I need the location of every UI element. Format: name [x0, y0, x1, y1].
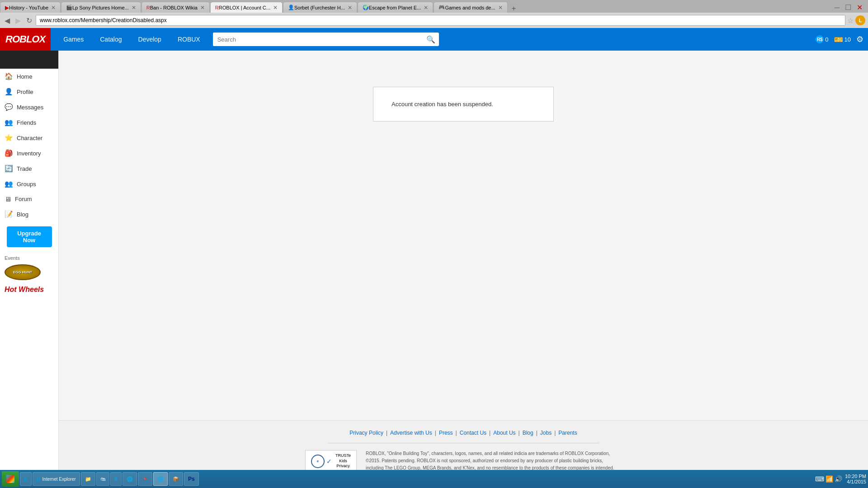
- reload-button[interactable]: ↻: [24, 15, 34, 26]
- sidebar-item-home[interactable]: 🏠 Home: [0, 69, 58, 84]
- windows-icon: [6, 475, 14, 483]
- tab-games[interactable]: 🎮 Games and mods de... ✕: [434, 2, 507, 13]
- forward-button[interactable]: ▶: [14, 15, 23, 26]
- taskbar-app-store[interactable]: 🛍: [96, 472, 109, 486]
- sidebar-item-blog[interactable]: 📝 Blog: [0, 206, 58, 222]
- sidebar-item-groups[interactable]: 👥 Groups: [0, 176, 58, 192]
- robux-counter[interactable]: R$ 0: [816, 35, 828, 43]
- address-input[interactable]: [36, 15, 845, 26]
- sidebar-messages-label: Messages: [17, 104, 43, 111]
- sidebar-item-inventory[interactable]: 🎒 Inventory: [0, 145, 58, 161]
- footer-link-blog[interactable]: Blog: [523, 430, 533, 436]
- footer-link-contact[interactable]: Contact Us: [460, 430, 486, 436]
- chrome2-icon: 🔻: [142, 476, 148, 482]
- trade-icon: 🔄: [5, 164, 13, 173]
- sidebar-blog-label: Blog: [17, 211, 28, 218]
- taskbar-app-chrome3[interactable]: 🌐: [153, 472, 168, 486]
- header-nav: Games Catalog Develop ROBUX: [55, 28, 208, 51]
- bookmark-icon[interactable]: ☆: [847, 16, 854, 25]
- store-icon: 🛍: [100, 476, 105, 482]
- tab-youtube-close[interactable]: ✕: [51, 5, 56, 11]
- nav-develop[interactable]: Develop: [130, 28, 170, 51]
- tab-wikia-close[interactable]: ✕: [200, 5, 205, 11]
- blog-icon: 📝: [5, 210, 13, 218]
- truste-badge[interactable]: e ✓ TRUSTe Kids Privacy: [305, 450, 357, 472]
- sidebar-user-banner: [0, 51, 58, 69]
- footer-link-parents[interactable]: Parents: [558, 430, 577, 436]
- taskbar-app-folder[interactable]: 📁: [81, 472, 95, 486]
- new-tab-button[interactable]: +: [508, 5, 519, 13]
- search-input[interactable]: [213, 33, 423, 46]
- sidebar-item-forum[interactable]: 🖥 Forum: [0, 192, 58, 206]
- sidebar-inventory-label: Inventory: [17, 150, 41, 157]
- tab-lp-close[interactable]: ✕: [132, 5, 136, 11]
- ie-icon: e: [24, 475, 28, 483]
- footer-link-advertise[interactable]: Advertise with Us: [390, 430, 432, 436]
- tab-sorbet[interactable]: 👤 Sorbet (Furchester H... ✕: [283, 2, 357, 13]
- minimize-button[interactable]: ─: [833, 3, 841, 13]
- sidebar-item-character[interactable]: ⭐ Character: [0, 130, 58, 145]
- taskbar-app-ie[interactable]: e: [20, 472, 32, 486]
- roblox-logo-text: ROBLOX: [5, 33, 45, 45]
- games-tab-icon: 🎮: [439, 5, 445, 10]
- sidebar-forum-label: Forum: [15, 196, 32, 202]
- footer-link-press[interactable]: Press: [439, 430, 453, 436]
- roblox-logo[interactable]: ROBLOX: [0, 28, 51, 51]
- tab-games-close[interactable]: ✕: [498, 5, 503, 11]
- tab-roblox-account-close[interactable]: ✕: [273, 5, 278, 11]
- taskbar-datetime[interactable]: 10:20 PM 4/1/2015: [845, 474, 866, 484]
- tab-escape[interactable]: 🌍 Escape from Planet E... ✕: [358, 2, 434, 13]
- settings-button[interactable]: [856, 34, 863, 44]
- tab-roblox-account[interactable]: R ROBLOX | Account C... ✕: [210, 2, 283, 13]
- sidebar-character-label: Character: [17, 135, 42, 141]
- restore-button[interactable]: ☐: [843, 2, 853, 13]
- character-icon: ⭐: [5, 134, 13, 142]
- footer-link-about[interactable]: About Us: [493, 430, 515, 436]
- sidebar-item-messages[interactable]: 💬 Messages: [0, 99, 58, 115]
- taskbar-app-skype[interactable]: S: [110, 472, 122, 486]
- messages-icon: 💬: [5, 103, 13, 111]
- groups-icon: 👥: [5, 180, 13, 188]
- suspended-message-text: Account creation has been suspended.: [392, 101, 535, 108]
- taskbar-app-ps[interactable]: Ps: [184, 472, 199, 486]
- box-icon: 📦: [173, 476, 179, 482]
- tab-lp[interactable]: 🎬 Lp Sony Pictures Home... ✕: [61, 2, 141, 13]
- sidebar-item-profile[interactable]: 👤 Profile: [0, 84, 58, 99]
- tab-wikia[interactable]: R Ban - ROBLOX Wikia ✕: [142, 2, 210, 13]
- skype-icon: S: [114, 476, 118, 482]
- upgrade-button[interactable]: Upgrade Now: [7, 226, 52, 247]
- truste-logo: e: [311, 455, 325, 468]
- nav-catalog[interactable]: Catalog: [92, 28, 130, 51]
- forum-icon: 🖥: [5, 195, 11, 203]
- nav-robux[interactable]: ROBUX: [170, 28, 208, 51]
- sidebar-item-friends[interactable]: 👥 Friends: [0, 115, 58, 130]
- search-button[interactable]: 🔍: [423, 35, 439, 44]
- footer-divider: [328, 443, 599, 443]
- tab-youtube[interactable]: ▶ History - YouTube ✕: [0, 2, 61, 13]
- sidebar-item-trade[interactable]: 🔄 Trade: [0, 161, 58, 176]
- sorbet-tab-icon: 👤: [288, 5, 294, 10]
- back-button[interactable]: ◀: [3, 15, 12, 26]
- footer-link-jobs[interactable]: Jobs: [540, 430, 552, 436]
- tab-wikia-label: Ban - ROBLOX Wikia: [150, 5, 198, 10]
- search-bar: 🔍: [213, 33, 439, 46]
- nav-games[interactable]: Games: [55, 28, 92, 51]
- taskbar-app-ie2[interactable]: e Internet Explorer: [33, 472, 80, 486]
- taskbar: e e Internet Explorer 📁 🛍 S 🌐 🔻 🌐 📦 Ps ⌨…: [0, 470, 868, 488]
- tab-escape-close[interactable]: ✕: [424, 5, 428, 11]
- tab-sorbet-close[interactable]: ✕: [348, 5, 352, 11]
- tab-roblox-account-label: ROBLOX | Account C...: [219, 5, 270, 10]
- close-button[interactable]: ✕: [855, 2, 864, 13]
- event-hotwheels[interactable]: Hot Wheels: [0, 282, 58, 297]
- ps-icon: Ps: [188, 476, 195, 482]
- folder-icon: 📁: [85, 476, 91, 482]
- chrome-profile-icon[interactable]: L: [855, 15, 865, 25]
- taskbar-app-chrome2[interactable]: 🔻: [138, 472, 152, 486]
- event-egg-hunt[interactable]: EGG HUNT: [0, 263, 58, 282]
- ticket-counter[interactable]: 🎫 10: [834, 35, 851, 44]
- taskbar-app-chrome1[interactable]: 🌐: [123, 472, 137, 486]
- taskbar-app-box[interactable]: 📦: [169, 472, 183, 486]
- footer-link-privacy[interactable]: Privacy Policy: [349, 430, 383, 436]
- main-content: Account creation has been suspended. Pri…: [59, 51, 868, 488]
- start-button[interactable]: [2, 471, 19, 487]
